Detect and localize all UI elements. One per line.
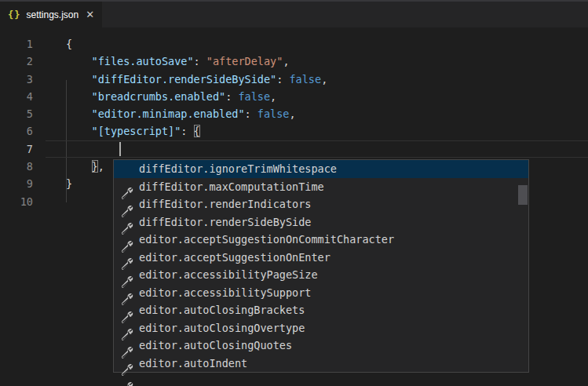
wrench-icon xyxy=(121,339,133,351)
line-code: "[typescript]": { xyxy=(33,122,200,140)
code-token: "afterDelay" xyxy=(206,55,283,67)
suggest-item-label: editor.autoClosingBrackets xyxy=(139,304,305,316)
wrench-icon xyxy=(121,162,133,175)
tab-label: settings.json xyxy=(26,9,79,20)
code-token: "[typescript]" xyxy=(92,125,181,137)
code-token: } xyxy=(92,160,98,173)
suggest-item-label: editor.acceptSuggestionOnCommitCharacter xyxy=(139,233,394,246)
code-token: } xyxy=(66,177,72,190)
line-number: 6 xyxy=(0,122,33,140)
code-line[interactable]: 4 "breadcrumbs.enabled": false, xyxy=(0,88,588,105)
tab-close-icon[interactable]: ✕ xyxy=(86,9,94,20)
code-line[interactable]: 6 "[typescript]": { xyxy=(0,122,588,140)
line-number: 8 xyxy=(0,158,33,175)
code-token xyxy=(66,90,92,103)
code-token: false xyxy=(257,107,290,120)
wrench-icon xyxy=(121,180,133,193)
suggest-item[interactable]: editor.acceptSuggestionOnEnter xyxy=(114,249,528,267)
line-number: 3 xyxy=(0,71,33,88)
line-code xyxy=(33,193,66,210)
code-token: : xyxy=(181,125,193,137)
suggest-item[interactable]: diffEditor.ignoreTrimWhitespace xyxy=(114,160,528,178)
code-token: : xyxy=(245,107,257,120)
wrench-icon xyxy=(121,304,133,316)
code-line[interactable]: 1 { xyxy=(0,35,588,53)
wrench-icon xyxy=(121,233,133,246)
code-token: false xyxy=(238,90,270,103)
suggest-item[interactable]: diffEditor.renderIndicators xyxy=(114,195,528,213)
code-token: , xyxy=(98,160,104,173)
code-token: , xyxy=(270,90,276,103)
current-line-highlight xyxy=(46,140,588,158)
code-token: "editor.minimap.enabled" xyxy=(92,107,245,120)
line-code: "files.autoSave": "afterDelay", xyxy=(33,53,290,70)
line-code: "diffEditor.renderSideBySide": false, xyxy=(33,71,327,88)
code-token: , xyxy=(290,107,296,120)
suggest-item-label: editor.autoClosingOvertype xyxy=(139,322,305,334)
code-token xyxy=(66,107,92,120)
code-token: : xyxy=(276,73,289,86)
tab-settings-json[interactable]: {} settings.json ✕ xyxy=(0,2,102,27)
code-token: "files.autoSave" xyxy=(92,55,194,67)
wrench-icon xyxy=(121,286,133,299)
code-line[interactable]: 5 "editor.minimap.enabled": false, xyxy=(0,105,588,122)
text-cursor xyxy=(119,142,121,156)
code-token xyxy=(66,125,92,137)
suggest-item-label: editor.autoClosingQuotes xyxy=(139,339,292,351)
line-number: 9 xyxy=(0,175,33,192)
wrench-icon xyxy=(121,198,133,210)
line-number: 10 xyxy=(0,193,33,210)
suggest-item-label: diffEditor.renderIndicators xyxy=(139,198,311,210)
code-line[interactable]: 3 "diffEditor.renderSideBySide": false, xyxy=(0,71,588,88)
suggest-item[interactable]: editor.accessibilityPageSize xyxy=(114,266,528,284)
suggest-item[interactable]: editor.autoClosingQuotes xyxy=(114,337,528,355)
wrench-icon xyxy=(121,322,133,334)
json-file-icon: {} xyxy=(8,9,20,20)
suggest-widget: diffEditor.ignoreTrimWhitespace diffEdit… xyxy=(113,159,529,373)
suggest-item[interactable]: diffEditor.renderSideBySide xyxy=(114,213,528,231)
suggest-item[interactable]: editor.acceptSuggestionOnCommitCharacter xyxy=(114,231,528,249)
line-code xyxy=(33,140,66,158)
suggest-list: diffEditor.ignoreTrimWhitespace diffEdit… xyxy=(114,160,528,372)
line-code: "breadcrumbs.enabled": false, xyxy=(33,88,276,105)
suggest-item[interactable]: editor.accessibilitySupport xyxy=(114,284,528,302)
wrench-icon xyxy=(121,268,133,281)
suggest-item-label: editor.acceptSuggestionOnEnter xyxy=(139,251,331,264)
code-token xyxy=(66,55,92,67)
line-number: 1 xyxy=(0,35,33,53)
code-token: "diffEditor.renderSideBySide" xyxy=(92,73,277,86)
line-code: { xyxy=(33,35,72,53)
code-token: "breadcrumbs.enabled" xyxy=(92,90,226,103)
wrench-icon xyxy=(121,251,133,264)
suggest-item-label: editor.autoIndent xyxy=(139,357,247,370)
suggest-item-label: editor.accessibilityPageSize xyxy=(139,268,318,281)
wrench-icon xyxy=(121,216,133,228)
suggest-item[interactable]: editor.autoClosingOvertype xyxy=(114,319,528,337)
code-token: false xyxy=(289,73,321,86)
suggest-item-label: diffEditor.maxComputationTime xyxy=(139,180,324,193)
code-token: , xyxy=(283,55,289,67)
suggest-item-label: diffEditor.ignoreTrimWhitespace xyxy=(139,162,337,175)
line-number: 7 xyxy=(0,140,33,158)
line-number: 5 xyxy=(0,105,33,122)
tab-bar: {} settings.json ✕ xyxy=(0,0,588,27)
code-line[interactable]: 2 "files.autoSave": "afterDelay", xyxy=(0,53,588,70)
vscode-window: {} settings.json ✕ 1 { 2 "files.autoSave… xyxy=(0,0,588,386)
suggest-item[interactable]: editor.autoClosingBrackets xyxy=(114,301,528,319)
code-token xyxy=(66,73,92,86)
line-code: }, xyxy=(33,158,104,175)
line-code: } xyxy=(33,175,72,192)
line-code: "editor.minimap.enabled": false, xyxy=(33,105,296,122)
suggest-item-label: diffEditor.renderSideBySide xyxy=(139,216,311,228)
code-line[interactable]: 7 xyxy=(0,140,588,158)
line-number: 2 xyxy=(0,53,33,70)
code-token: { xyxy=(66,38,72,50)
suggest-scrollbar-thumb[interactable] xyxy=(518,185,528,205)
line-number: 4 xyxy=(0,88,33,105)
wrench-icon xyxy=(121,357,133,370)
suggest-item-label: editor.accessibilitySupport xyxy=(139,286,311,299)
code-token: , xyxy=(321,73,327,86)
suggest-item[interactable]: diffEditor.maxComputationTime xyxy=(114,178,528,196)
code-token: { xyxy=(194,125,200,137)
suggest-item[interactable]: editor.autoIndent xyxy=(114,355,528,373)
